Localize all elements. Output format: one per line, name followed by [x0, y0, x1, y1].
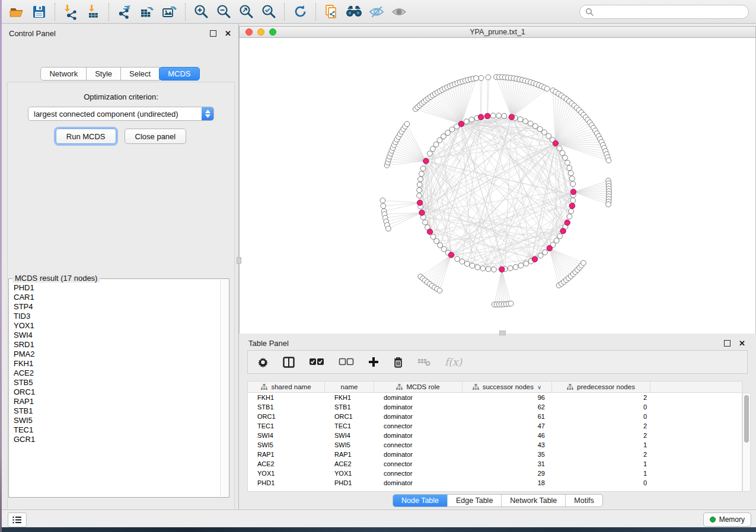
- minimize-window-icon[interactable]: [257, 28, 264, 36]
- export-image-icon[interactable]: [158, 2, 181, 21]
- mcds-result-item[interactable]: CAR1: [14, 293, 220, 302]
- table-row[interactable]: PHD1PHD1dominator180: [248, 478, 742, 488]
- mcds-node[interactable]: [553, 140, 558, 146]
- table-row[interactable]: RAP1RAP1dominator352: [248, 450, 742, 459]
- network-canvas[interactable]: [239, 38, 756, 334]
- mcds-node[interactable]: [564, 220, 570, 225]
- mcds-result-item[interactable]: SWI5: [14, 416, 220, 425]
- show-all-icon[interactable]: [388, 2, 410, 21]
- select-all-icon[interactable]: [309, 358, 324, 366]
- mcds-node[interactable]: [547, 245, 552, 251]
- tab-mcds[interactable]: MCDS: [159, 67, 199, 81]
- mcds-result-item[interactable]: STP4: [14, 302, 220, 312]
- search-input[interactable]: [597, 7, 743, 17]
- import-table-icon[interactable]: [82, 2, 104, 21]
- splitter-handle[interactable]: [499, 331, 506, 335]
- memory-button[interactable]: Memory: [703, 512, 751, 527]
- maximize-window-icon[interactable]: [269, 28, 276, 36]
- delete-column-trash-icon[interactable]: [393, 357, 403, 368]
- tab-network-table[interactable]: Network Table: [502, 495, 566, 507]
- network-clone-icon[interactable]: [320, 2, 343, 21]
- export-network-icon[interactable]: [113, 2, 136, 21]
- mcds-result-item[interactable]: RAP1: [14, 397, 220, 406]
- mcds-node[interactable]: [427, 229, 432, 235]
- mcds-result-item[interactable]: SRD1: [14, 340, 220, 350]
- mcds-result-list[interactable]: PHD1CAR1STP4TID3YOX1SWI4SRD1PMA2FKH1ACE2…: [9, 280, 220, 496]
- mcds-node[interactable]: [532, 257, 537, 262]
- close-panel-button[interactable]: Close panel: [125, 129, 187, 144]
- column-header-predecessor-nodes[interactable]: predecessor nodes: [552, 382, 650, 392]
- mcds-node[interactable]: [458, 121, 464, 127]
- mcds-result-item[interactable]: FKH1: [14, 359, 220, 368]
- mcds-node[interactable]: [570, 189, 576, 194]
- refresh-view-icon[interactable]: [289, 2, 311, 21]
- zoom-fit-icon[interactable]: [235, 2, 257, 21]
- table-row[interactable]: FKH1FKH1dominator962: [248, 393, 742, 402]
- table-row[interactable]: ORC1ORC1dominator610: [248, 412, 742, 421]
- table-row[interactable]: SWI5SWI5connector431: [248, 440, 742, 450]
- mcds-node[interactable]: [478, 114, 483, 120]
- zoom-in-icon[interactable]: [190, 2, 212, 21]
- table-row[interactable]: TEC1TEC1connector472: [248, 421, 742, 431]
- mcds-result-item[interactable]: GCR1: [14, 435, 220, 444]
- tab-node-table[interactable]: Node Table: [393, 495, 448, 507]
- float-panel-icon[interactable]: [210, 30, 216, 37]
- table-body[interactable]: FKH1FKH1dominator962STB1STB1dominator620…: [247, 393, 742, 492]
- mcds-node[interactable]: [560, 228, 566, 233]
- mcds-node[interactable]: [448, 252, 454, 258]
- mcds-result-item[interactable]: STB1: [14, 406, 220, 416]
- export-table-icon[interactable]: [136, 2, 158, 21]
- zoom-selected-icon[interactable]: [257, 2, 280, 21]
- mcds-result-item[interactable]: ORC1: [14, 387, 220, 397]
- column-header-name[interactable]: name: [325, 382, 374, 392]
- add-column-icon[interactable]: [368, 357, 379, 367]
- column-header-successor-nodes[interactable]: successor nodes∨: [462, 382, 552, 392]
- table-row[interactable]: ACE2ACE2connector311: [248, 459, 742, 469]
- tab-select[interactable]: Select: [120, 67, 160, 81]
- deselect-all-icon[interactable]: [339, 358, 354, 366]
- tab-motifs[interactable]: Motifs: [566, 495, 602, 507]
- mcds-node[interactable]: [499, 267, 505, 272]
- mcds-result-item[interactable]: YOX1: [14, 321, 220, 331]
- task-history-button[interactable]: [8, 512, 27, 527]
- table-row[interactable]: SWI4SWI4dominator462: [248, 431, 742, 440]
- mcds-result-item[interactable]: PMA2: [14, 350, 220, 359]
- table-scrollbar-thumb[interactable]: [744, 395, 749, 443]
- column-header-MCDS-role[interactable]: MCDS role: [374, 382, 462, 392]
- hide-selected-icon[interactable]: [365, 2, 388, 21]
- search-box[interactable]: [579, 5, 749, 19]
- table-settings-gear-icon[interactable]: [257, 357, 269, 368]
- mcds-node[interactable]: [423, 158, 429, 164]
- mcds-node[interactable]: [509, 114, 514, 120]
- import-network-icon[interactable]: [59, 2, 82, 21]
- show-columns-icon[interactable]: [283, 357, 295, 368]
- close-table-panel-icon[interactable]: ✕: [739, 341, 745, 346]
- tab-style[interactable]: Style: [86, 67, 121, 81]
- tab-network[interactable]: Network: [40, 67, 87, 81]
- mcds-node[interactable]: [419, 210, 425, 215]
- close-window-icon[interactable]: [245, 28, 253, 36]
- mcds-result-item[interactable]: STB5: [14, 378, 220, 387]
- overview-binoculars-icon[interactable]: [343, 2, 365, 21]
- mcds-node[interactable]: [484, 113, 490, 118]
- network-title-bar[interactable]: YPA_prune.txt_1: [239, 26, 756, 38]
- open-file-icon[interactable]: [5, 2, 28, 21]
- mcds-result-item[interactable]: SWI4: [14, 331, 220, 340]
- mcds-result-item[interactable]: TEC1: [14, 425, 220, 435]
- splitter-handle-vertical[interactable]: [237, 257, 241, 264]
- mcds-result-item[interactable]: ACE2: [14, 368, 220, 378]
- mcds-result-item[interactable]: PHD1: [14, 283, 220, 293]
- mcds-node[interactable]: [569, 203, 575, 209]
- table-row[interactable]: STB1STB1dominator620: [248, 402, 742, 412]
- table-header-row[interactable]: shared namenameMCDS rolesuccessor nodes∨…: [247, 381, 742, 393]
- float-table-panel-icon[interactable]: [724, 340, 731, 347]
- network-graph[interactable]: [240, 38, 755, 332]
- column-header-shared-name[interactable]: shared name: [248, 382, 325, 392]
- close-panel-icon[interactable]: ✕: [225, 31, 231, 36]
- tab-edge-table[interactable]: Edge Table: [448, 495, 502, 507]
- mcds-node[interactable]: [417, 200, 422, 206]
- table-row[interactable]: YOX1YOX1connector291: [248, 469, 742, 478]
- optimization-dropdown[interactable]: largest connected component (undirected): [28, 107, 214, 121]
- zoom-out-icon[interactable]: [212, 2, 235, 21]
- table-scrollbar[interactable]: [742, 393, 751, 492]
